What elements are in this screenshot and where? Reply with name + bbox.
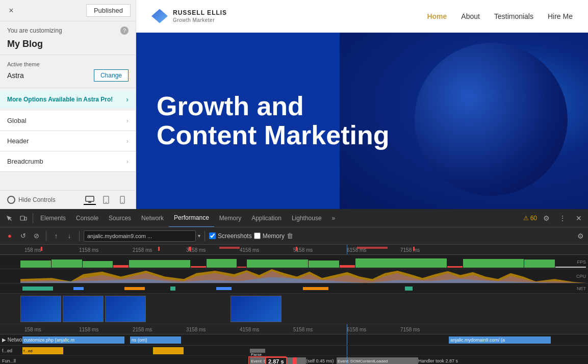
pro-banner[interactable]: More Options Available in Astra Pro! ›	[0, 90, 136, 109]
screenshot-thumb	[20, 296, 61, 322]
network-bar-ns: ns (om)	[130, 337, 149, 343]
ruler-tick: 7158 ms	[400, 247, 420, 253]
site-navigation: RUSSELL ELLIS Growth Marketer Home About…	[136, 0, 588, 33]
screenshots-label: Screenshots	[218, 232, 252, 240]
warning-badge[interactable]: ⚠ 60	[523, 215, 537, 222]
time-badge: 2.87 s	[265, 357, 287, 364]
site-logo-name: RUSSELL ELLIS	[173, 9, 227, 17]
download-button[interactable]: ↓	[64, 230, 75, 242]
tab-label: Application	[251, 215, 282, 222]
eye-icon	[7, 196, 15, 204]
capture-settings-icon[interactable]: ⚙	[577, 232, 584, 240]
svg-rect-0	[86, 196, 94, 201]
nav-link-testimonials[interactable]: Testimonials	[494, 12, 533, 20]
screenshots-checkbox-label[interactable]: Screenshots	[209, 232, 252, 240]
settings-icon[interactable]: ⚙	[539, 211, 553, 225]
screenshot-thumb	[105, 296, 146, 322]
clear-button[interactable]: 🗑	[287, 232, 293, 240]
reload-button[interactable]: ↺	[17, 230, 29, 242]
stop-button[interactable]: ⊘	[31, 230, 42, 242]
device-mode-icon[interactable]	[16, 211, 31, 225]
customizer-panel: × Published You are customizing ? My Blo…	[0, 0, 136, 209]
flame-row-2: Fun...ll Event: DOM...nt 2.87 s (self 0.…	[0, 356, 588, 364]
menu-item-global[interactable]: Global ›	[0, 111, 136, 131]
site-nav-links: Home About Testimonials Hire Me	[427, 12, 573, 20]
screenshot-thumb	[63, 296, 104, 322]
tablet-view-icon[interactable]	[100, 195, 112, 205]
handler-took-label: Handler took 2.87 s	[418, 358, 458, 363]
ruler-tick-bottom: 1158 ms	[79, 327, 98, 332]
close-devtools-icon[interactable]: ✕	[572, 211, 586, 225]
svg-rect-8	[24, 217, 27, 220]
devtools-tab-bar: Elements Console Sources Network Perform…	[0, 209, 588, 227]
upload-button[interactable]: ↑	[50, 230, 62, 242]
tab-label: Performance	[174, 214, 209, 221]
warning-icon: ⚠	[523, 215, 529, 222]
svg-point-4	[106, 202, 107, 203]
divider2	[0, 88, 136, 88]
website-preview: RUSSELL ELLIS Growth Marketer Home About…	[136, 0, 588, 209]
menu-item-header[interactable]: Header ›	[0, 131, 136, 151]
tab-application[interactable]: Application	[246, 209, 287, 227]
desktop-view-icon[interactable]	[84, 195, 96, 205]
ruler-tick: 158 ms	[24, 247, 41, 253]
ruler-tick-bottom: 158 ms	[24, 327, 41, 332]
mobile-view-icon[interactable]	[116, 195, 129, 205]
tab-elements[interactable]: Elements	[35, 209, 71, 227]
site-logo: RUSSELL ELLIS Growth Marketer	[151, 9, 227, 23]
memory-checkbox[interactable]	[254, 232, 261, 239]
close-button[interactable]: ×	[5, 5, 17, 17]
published-button[interactable]: Published	[86, 4, 131, 17]
ruler-tick-bottom: 6158 ms	[347, 327, 366, 332]
svg-point-6	[122, 202, 123, 203]
network-bar-customize: customize.php (anjalic.m	[22, 337, 76, 343]
nav-link-about[interactable]: About	[461, 12, 480, 20]
ruler-tick-bottom: 4158 ms	[240, 327, 259, 332]
timeline-area: 158 ms 1158 ms 2158 ms 3158 ms 4158 ms 5…	[0, 245, 588, 364]
nav-link-home[interactable]: Home	[427, 12, 447, 20]
tab-more[interactable]: »	[327, 209, 341, 227]
more-icon: »	[332, 215, 336, 222]
ruler-tick: 1158 ms	[79, 247, 98, 253]
hide-controls-label: Hide Controls	[18, 196, 56, 203]
url-input[interactable]	[84, 230, 196, 242]
tab-lighthouse[interactable]: Lighthouse	[287, 209, 327, 227]
theme-name: Astra	[7, 71, 24, 80]
url-dropdown-arrow[interactable]: ▾	[198, 233, 200, 239]
menu-label: Breadcrumb	[7, 158, 43, 165]
ruler-tick-bottom: 7158 ms	[400, 327, 420, 332]
tab-performance[interactable]: Performance	[169, 209, 214, 227]
memory-checkbox-label[interactable]: Memory	[254, 232, 285, 240]
network-row: ▶ Network customize.php (anjalic.m ns (o…	[0, 334, 588, 346]
theme-row: Astra Change	[7, 69, 129, 82]
memory-label: Memory	[263, 232, 285, 240]
help-icon[interactable]: ?	[120, 27, 129, 35]
nav-link-hire-me[interactable]: Hire Me	[548, 12, 573, 20]
hero-title-line2: Content Marketing	[157, 121, 389, 150]
menu-item-breadcrumb[interactable]: Breadcrumb ›	[0, 151, 136, 172]
timeline-ruler: 158 ms 1158 ms 2158 ms 3158 ms 4158 ms 5…	[0, 245, 588, 255]
tab-console[interactable]: Console	[71, 209, 104, 227]
net-track: NET	[0, 283, 588, 294]
logo-icon	[151, 9, 168, 23]
flame-bar-label: f...ed	[22, 349, 34, 353]
hide-controls-toggle[interactable]: Hide Controls	[7, 196, 56, 204]
ruler-tick: 2158 ms	[133, 247, 152, 253]
inspect-element-icon[interactable]	[2, 211, 16, 225]
tab-label: Elements	[40, 215, 66, 222]
chevron-right-icon: ›	[126, 138, 129, 145]
screenshots-track	[0, 294, 588, 324]
hero-text: Growth and Content Marketing	[157, 92, 389, 150]
change-theme-button[interactable]: Change	[94, 69, 129, 82]
tab-sources[interactable]: Sources	[104, 209, 136, 227]
tab-label: Sources	[109, 215, 131, 222]
theme-label: Active theme	[7, 61, 129, 67]
tab-network[interactable]: Network	[136, 209, 169, 227]
record-button[interactable]: ●	[4, 230, 15, 242]
hero-title-line1: Growth and	[157, 92, 389, 121]
more-options-icon[interactable]: ⋮	[555, 211, 570, 225]
timeline-bottom-ruler: 158 ms 1158 ms 2158 ms 3158 ms 4158 ms 5…	[0, 324, 588, 334]
tab-memory[interactable]: Memory	[214, 209, 246, 227]
screenshot-thumb	[231, 296, 282, 322]
screenshots-checkbox[interactable]	[209, 232, 216, 239]
